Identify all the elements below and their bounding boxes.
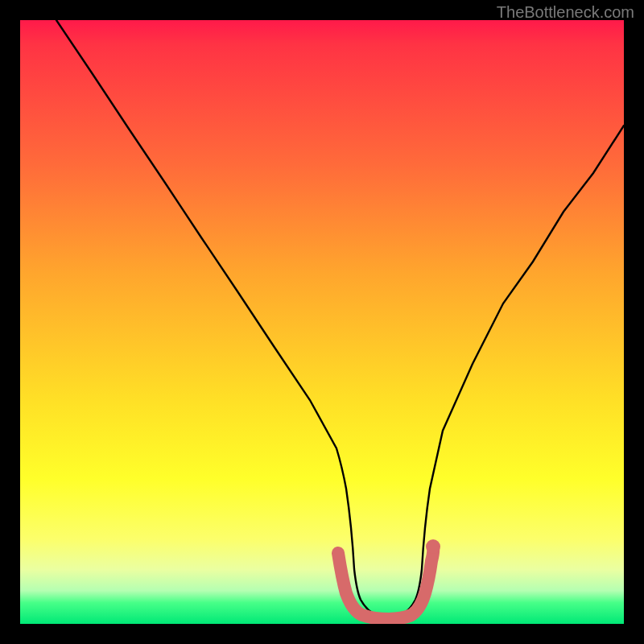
chart-container: TheBottleneck.com (0, 0, 644, 644)
plot-area (20, 20, 624, 624)
optimal-end-dot (426, 539, 440, 554)
optimal-region-marker (338, 547, 433, 619)
bottleneck-curve (20, 20, 624, 624)
curve-line (56, 20, 624, 617)
watermark-text: TheBottleneck.com (497, 3, 634, 22)
